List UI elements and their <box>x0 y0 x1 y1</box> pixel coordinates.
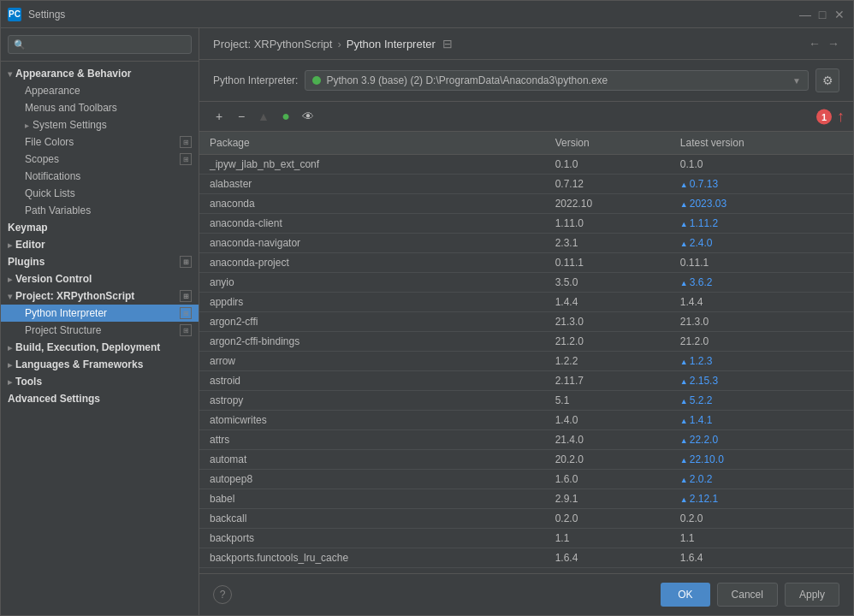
table-row[interactable]: argon2-cffi-bindings21.2.021.2.0 <box>199 332 853 352</box>
package-version: 1.2.2 <box>545 352 670 371</box>
pin-icon[interactable]: ⊟ <box>442 37 453 50</box>
table-row[interactable]: attrs21.4.0▲22.2.0 <box>199 430 853 450</box>
python-interpreter-icon: ⊞ <box>180 307 192 319</box>
sidebar-item-plugins[interactable]: Plugins ⊞ <box>1 253 199 270</box>
inspect-button[interactable]: 👁 <box>299 107 317 126</box>
sidebar-item-system-settings[interactable]: ▸ System Settings <box>1 116 199 133</box>
col-latest-version[interactable]: Latest version <box>670 132 853 155</box>
package-version: 1.6.4 <box>545 548 670 568</box>
scopes-icon: ⊞ <box>180 153 192 165</box>
settings-window: PC Settings — □ ✕ 🔍 ▾ Appearance & Behav… <box>0 0 854 616</box>
sidebar-item-keymap[interactable]: Keymap <box>1 219 199 236</box>
package-latest-version: 0.2.0 <box>670 509 853 529</box>
file-colors-icon: ⊞ <box>180 136 192 148</box>
package-version: 0.1.0 <box>545 155 670 175</box>
sidebar-item-build-execution[interactable]: ▸ Build, Execution, Deployment <box>1 339 199 356</box>
package-latest-version: ▲5.2.2 <box>670 391 853 411</box>
forward-button[interactable]: → <box>827 37 839 50</box>
table-row[interactable]: backports1.11.1 <box>199 529 853 548</box>
sidebar-item-editor[interactable]: ▸ Editor <box>1 236 199 253</box>
ok-button[interactable]: OK <box>661 583 709 607</box>
sidebar-item-project-structure[interactable]: Project Structure ⊞ <box>1 322 199 339</box>
package-name: appdirs <box>199 293 545 312</box>
search-wrapper[interactable]: 🔍 <box>8 35 192 54</box>
interpreter-settings-button[interactable]: ⚙ <box>815 68 839 92</box>
col-version[interactable]: Version <box>545 132 670 155</box>
right-panel: Project: XRPythonScript › Python Interpr… <box>199 28 853 615</box>
table-row[interactable]: _ipyw_jlab_nb_ext_conf0.1.00.1.0 <box>199 155 853 175</box>
table-row[interactable]: anaconda2022.10▲2023.03 <box>199 194 853 214</box>
minimize-button[interactable]: — <box>798 8 812 21</box>
packages-table: Package Version Latest version _ipyw_jla… <box>199 132 853 573</box>
col-package[interactable]: Package <box>199 132 545 155</box>
sidebar-item-appearance-behavior[interactable]: ▾ Appearance & Behavior <box>1 65 199 82</box>
table-row[interactable]: astroid2.11.7▲2.15.3 <box>199 371 853 391</box>
table-row[interactable]: anaconda-project0.11.10.11.1 <box>199 253 853 273</box>
package-name: argon2-cffi-bindings <box>199 332 545 352</box>
packages-table-container[interactable]: Package Version Latest version _ipyw_jla… <box>199 132 853 573</box>
maximize-button[interactable]: □ <box>815 8 829 21</box>
sidebar-item-notifications[interactable]: Notifications <box>1 168 199 185</box>
table-row[interactable]: autopep81.6.0▲2.0.2 <box>199 470 853 489</box>
sidebar-item-version-control[interactable]: ▸ Version Control <box>1 270 199 287</box>
package-latest-version: 21.3.0 <box>670 312 853 332</box>
table-row[interactable]: atomicwrites1.4.0▲1.4.1 <box>199 411 853 430</box>
table-row[interactable]: anaconda-navigator2.3.1▲2.4.0 <box>199 234 853 253</box>
sidebar-item-scopes[interactable]: Scopes ⊞ <box>1 151 199 168</box>
sidebar-item-file-colors[interactable]: File Colors ⊞ <box>1 133 199 151</box>
expand-arrow-icon: ▾ <box>8 292 12 301</box>
expand-arrow-icon: ▸ <box>25 121 29 130</box>
move-up-button[interactable]: ▲ <box>254 107 273 126</box>
sidebar-item-quick-lists[interactable]: Quick Lists <box>1 185 199 202</box>
table-row[interactable]: alabaster0.7.12▲0.7.13 <box>199 175 853 194</box>
breadcrumb-project[interactable]: Project: XRPythonScript <box>213 38 332 50</box>
table-row[interactable]: appdirs1.4.41.4.4 <box>199 293 853 312</box>
remove-package-button[interactable]: − <box>232 107 251 126</box>
sidebar-item-advanced-settings[interactable]: Advanced Settings <box>1 390 199 407</box>
sidebar-item-languages-frameworks[interactable]: ▸ Languages & Frameworks <box>1 356 199 373</box>
settings-gear-icon: ⚙ <box>822 74 833 87</box>
close-button[interactable]: ✕ <box>833 8 846 21</box>
breadcrumb-current: Python Interpreter <box>347 38 436 50</box>
help-button[interactable]: ? <box>213 585 232 604</box>
table-row[interactable]: anyio3.5.0▲3.6.2 <box>199 273 853 293</box>
apply-button[interactable]: Apply <box>785 583 839 607</box>
sidebar-item-python-interpreter[interactable]: Python Interpreter ⊞ <box>1 305 199 322</box>
package-latest-version: 1.4.4 <box>670 293 853 312</box>
table-row[interactable]: argon2-cffi21.3.021.3.0 <box>199 312 853 332</box>
titlebar: PC Settings — □ ✕ <box>1 1 853 28</box>
sidebar-item-menus-toolbars[interactable]: Menus and Toolbars <box>1 99 199 116</box>
interpreter-select[interactable]: Python 3.9 (base) (2) D:\ProgramData\Ana… <box>305 70 809 91</box>
package-name: argon2-cffi <box>199 312 545 332</box>
table-row[interactable]: anaconda-client1.11.0▲1.11.2 <box>199 214 853 234</box>
window-title: Settings <box>28 9 798 21</box>
table-row[interactable]: backports.functools_lru_cache1.6.41.6.4 <box>199 548 853 568</box>
search-icon: 🔍 <box>14 39 26 50</box>
package-version: 1.4.4 <box>545 293 670 312</box>
sidebar-item-project[interactable]: ▾ Project: XRPythonScript ⊞ <box>1 287 199 305</box>
expand-arrow-icon: ▾ <box>8 69 12 79</box>
package-latest-version: ▲1.2.3 <box>670 352 853 371</box>
sidebar-item-path-variables[interactable]: Path Variables <box>1 202 199 219</box>
sidebar-item-appearance[interactable]: Appearance <box>1 82 199 99</box>
table-row[interactable]: arrow1.2.2▲1.2.3 <box>199 352 853 371</box>
table-row[interactable]: automat20.2.0▲22.10.0 <box>199 450 853 470</box>
interpreter-bar: Python Interpreter: Python 3.9 (base) (2… <box>199 60 853 102</box>
table-row[interactable]: astropy5.1▲5.2.2 <box>199 391 853 411</box>
package-name: anaconda <box>199 194 545 214</box>
table-row[interactable]: babel2.9.1▲2.12.1 <box>199 489 853 509</box>
table-row[interactable]: backcall0.2.00.2.0 <box>199 509 853 529</box>
search-input[interactable] <box>29 38 186 50</box>
package-name: arrow <box>199 352 545 371</box>
package-latest-version: ▲22.10.0 <box>670 450 853 470</box>
project-structure-icon: ⊞ <box>180 324 192 336</box>
package-latest-version: ▲3.6.2 <box>670 273 853 293</box>
sidebar-item-tools[interactable]: ▸ Tools <box>1 373 199 390</box>
package-name: astroid <box>199 371 545 391</box>
refresh-button[interactable]: ● <box>276 107 295 126</box>
table-row[interactable]: backports.tempfile1.01.0 <box>199 568 853 574</box>
cancel-button[interactable]: Cancel <box>717 583 778 607</box>
add-package-button[interactable]: + <box>210 107 228 126</box>
back-button[interactable]: ← <box>809 37 821 50</box>
package-latest-version: ▲1.4.1 <box>670 411 853 430</box>
